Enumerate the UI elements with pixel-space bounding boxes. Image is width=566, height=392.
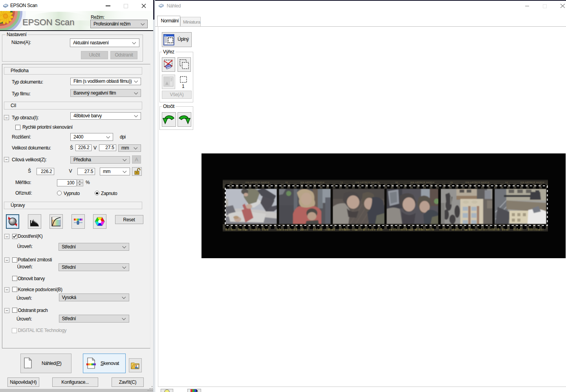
svg-text:14: 14	[505, 181, 508, 184]
svg-text:61: 61	[355, 229, 357, 231]
svg-text:KODAK PORTRA 400: KODAK PORTRA 400	[355, 181, 379, 184]
svg-text:19: 19	[230, 181, 233, 184]
svg-text:81: 81	[245, 229, 247, 231]
svg-text:51: 51	[410, 229, 412, 231]
svg-text:41: 41	[465, 229, 467, 231]
svg-text:18: 18	[285, 181, 288, 184]
svg-text:17: 17	[340, 181, 343, 184]
svg-text:71: 71	[300, 229, 302, 231]
svg-text:16: 16	[395, 181, 398, 184]
svg-text:KODAK PORTRA 400: KODAK PORTRA 400	[520, 181, 544, 184]
svg-text:KODAK PORTRA 400: KODAK PORTRA 400	[465, 181, 489, 184]
svg-text:KODAK PORTRA 400: KODAK PORTRA 400	[410, 181, 434, 184]
svg-text:15: 15	[450, 181, 453, 184]
svg-text:KODAK PORTRA 400: KODAK PORTRA 400	[245, 181, 269, 184]
svg-text:KODAK PORTRA 400: KODAK PORTRA 400	[300, 181, 324, 184]
